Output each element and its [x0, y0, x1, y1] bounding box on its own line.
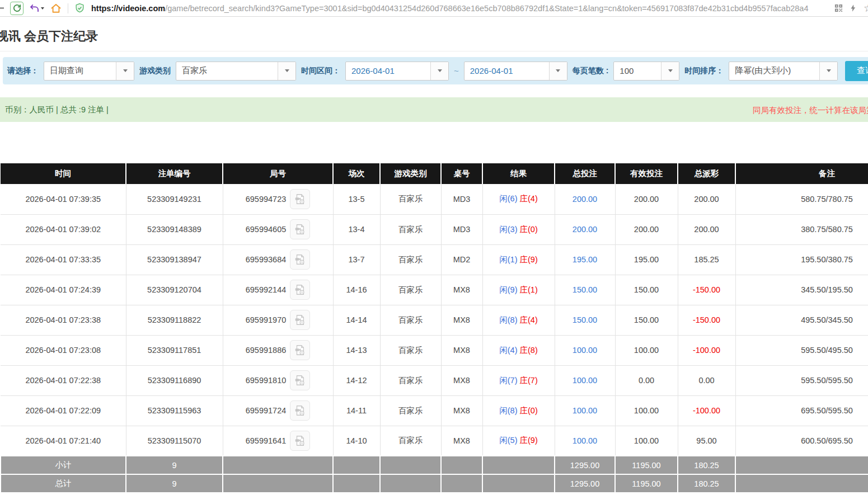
- total-bet-cell[interactable]: 100.00: [555, 335, 615, 365]
- total-bet-cell[interactable]: 195.00: [555, 244, 615, 275]
- game-type-dropdown-button[interactable]: [278, 62, 295, 80]
- total-bet-cell[interactable]: 150.00: [555, 305, 615, 335]
- round-wrap: 695991886: [223, 340, 333, 360]
- page-size-label: 每页笔数 :: [573, 66, 609, 76]
- video-file-icon: [294, 435, 306, 447]
- time-cell: 2026-04-01 07:24:39: [1, 275, 126, 305]
- query-type-select[interactable]: 日期查询: [44, 62, 134, 81]
- round-id: 695991886: [246, 346, 287, 355]
- undo-dropdown-caret-icon[interactable]: [41, 7, 44, 10]
- total-bet-cell[interactable]: 100.00: [555, 426, 615, 456]
- result-cell: 闲(7) 庄(7): [482, 365, 555, 395]
- address-bar[interactable]: https://videoie.com/game/betrecord_searc…: [91, 4, 828, 13]
- game-type-select[interactable]: 百家乐: [176, 62, 296, 81]
- table-row: 2026-04-01 07:23:08523309117851695991886…: [1, 335, 868, 365]
- valid-bet-cell: 150.00: [615, 305, 678, 335]
- home-button[interactable]: [50, 3, 62, 14]
- table-row: 2026-04-01 07:39:02523309148389695994605…: [1, 214, 868, 244]
- bet-id-cell: 523309115070: [126, 426, 223, 456]
- video-replay-button[interactable]: [290, 219, 310, 239]
- menu-fragment-icon: [0, 7, 4, 9]
- video-replay-button[interactable]: [290, 189, 310, 209]
- date-to-dropdown-button[interactable]: [549, 62, 567, 80]
- video-replay-button[interactable]: [290, 340, 310, 360]
- lightning-icon: [849, 4, 857, 12]
- undo-button[interactable]: [30, 3, 44, 13]
- table-no-cell: MX8: [441, 335, 482, 365]
- browser-toolbar: https://videoie.com/game/betrecord_searc…: [0, 0, 868, 17]
- note-cell: 345.50/195.50: [735, 275, 868, 305]
- round-wrap: 695994723: [223, 189, 333, 209]
- bet-table-container: 时间 注单编号 局号 场次 游戏类别 桌号 结果 总投注 有效投注 总派彩 备注…: [0, 163, 868, 493]
- footer-payout-cell: 180.25: [678, 456, 735, 474]
- result-cell: 闲(5) 庄(9): [482, 426, 555, 456]
- video-replay-button[interactable]: [290, 310, 310, 330]
- sort-select[interactable]: 降幂(由大到小): [729, 62, 838, 81]
- footer-valid-bet-cell: 1195.00: [615, 474, 678, 493]
- video-replay-button[interactable]: [290, 249, 310, 270]
- valid-bet-cell: 195.00: [615, 244, 678, 275]
- col-header-note: 备注: [735, 163, 868, 184]
- result-player: 闲(7): [499, 376, 517, 385]
- result-player: 闲(1): [499, 255, 517, 264]
- video-replay-button[interactable]: [290, 370, 310, 390]
- footer-empty-cell: [735, 456, 868, 474]
- site-security-badge[interactable]: [74, 3, 85, 13]
- round-wrap: 695992144: [223, 280, 333, 300]
- col-header-bet-id: 注单编号: [126, 163, 223, 184]
- toolbar-separator: [68, 3, 68, 13]
- video-replay-button[interactable]: [290, 431, 310, 451]
- round-wrap: 695991724: [223, 400, 333, 421]
- table-row: 2026-04-01 07:39:35523309149231695994723…: [1, 184, 868, 214]
- game-type-cell: 百家乐: [380, 426, 441, 456]
- page-size-dropdown-button[interactable]: [661, 62, 679, 80]
- session-cell: 13-5: [333, 184, 380, 214]
- notice-text: 同局有效投注，统一计算在该局第: [753, 105, 868, 116]
- footer-empty-cell: [482, 456, 555, 474]
- valid-bet-cell: 200.00: [615, 184, 678, 214]
- payout-cell: 0.00: [678, 365, 735, 395]
- time-cell: 2026-04-01 07:23:38: [1, 305, 126, 335]
- date-from-dropdown-button[interactable]: [430, 62, 448, 80]
- table-row: 2026-04-01 07:24:39523309120704695992144…: [1, 275, 868, 305]
- lightning-button[interactable]: [849, 4, 857, 12]
- date-from-picker[interactable]: 2026-04-01: [345, 62, 449, 81]
- round-id: 695994723: [246, 195, 287, 204]
- video-replay-button[interactable]: [290, 280, 310, 300]
- reload-button[interactable]: [10, 2, 24, 15]
- round-cell: 695994605: [223, 214, 333, 244]
- query-type-dropdown-button[interactable]: [116, 62, 134, 80]
- total-bet-cell[interactable]: 200.00: [555, 184, 615, 214]
- video-file-icon: [294, 344, 306, 356]
- qr-code-button[interactable]: [834, 4, 843, 12]
- total-bet-cell[interactable]: 150.00: [555, 275, 615, 305]
- footer-total-bet-cell: 1295.00: [555, 474, 615, 493]
- search-button[interactable]: 查询: [845, 61, 868, 81]
- result-banker: 庄(1): [520, 285, 538, 294]
- video-file-icon: [294, 284, 306, 296]
- result-cell: 闲(4) 庄(8): [482, 335, 555, 365]
- total-row: 总计91295.001195.00180.25: [1, 474, 868, 493]
- bet-id-cell: 523309149231: [126, 184, 223, 214]
- payout-cell: 95.00: [678, 426, 735, 456]
- total-bet-cell[interactable]: 100.00: [555, 365, 615, 395]
- page-header: 视讯 会员下注纪录: [0, 17, 868, 51]
- col-header-result: 结果: [482, 163, 555, 184]
- bookmark-star-icon[interactable]: ☆: [864, 2, 868, 15]
- sort-dropdown-button[interactable]: [819, 62, 837, 80]
- table-row: 2026-04-01 07:23:38523309118822695991970…: [1, 305, 868, 335]
- game-type-cell: 百家乐: [380, 395, 441, 426]
- page-size-select[interactable]: 100: [613, 62, 679, 81]
- payout-cell: -150.00: [678, 275, 735, 305]
- video-replay-button[interactable]: [290, 400, 310, 421]
- total-bet-cell[interactable]: 200.00: [555, 214, 615, 244]
- session-cell: 14-11: [333, 395, 380, 426]
- table-no-cell: MD3: [441, 184, 482, 214]
- game-type-cell: 百家乐: [380, 275, 441, 305]
- query-type-value: 日期查询: [44, 62, 116, 80]
- date-to-picker[interactable]: 2026-04-01: [464, 62, 567, 81]
- total-bet-cell[interactable]: 100.00: [555, 395, 615, 426]
- game-type-cell: 百家乐: [380, 365, 441, 395]
- bet-id-cell: 523309117851: [126, 335, 223, 365]
- result-player: 闲(4): [499, 346, 517, 355]
